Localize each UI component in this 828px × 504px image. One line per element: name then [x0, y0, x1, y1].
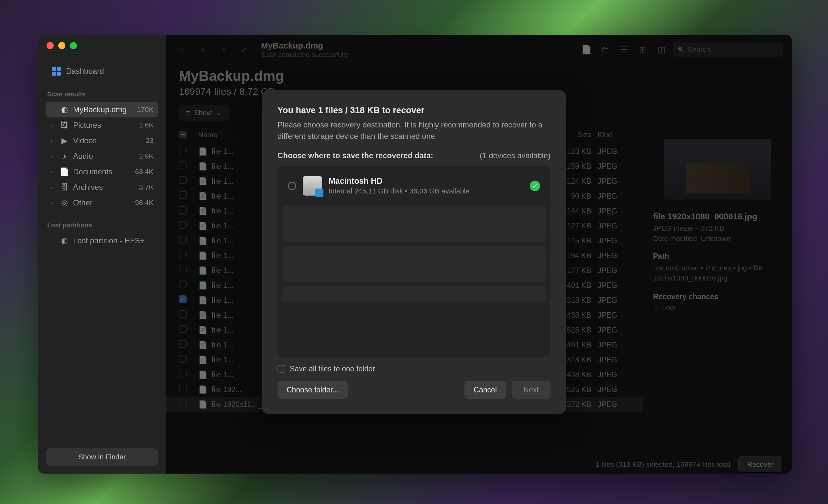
sidebar-item-count: 1,6K: [139, 121, 154, 129]
check-icon: ✓: [530, 180, 540, 191]
destination-name: Macintosh HD: [329, 176, 523, 186]
sidebar-item-pictures[interactable]: › 🖼 Pictures 1,6K: [46, 117, 158, 133]
sidebar-item-archives[interactable]: › 🗄 Archives 3,7K: [46, 179, 158, 195]
destination-list: Macintosh HD Internal 245,11 GB disk • 3…: [278, 166, 550, 356]
destination-item[interactable]: Macintosh HD Internal 245,11 GB disk • 3…: [282, 170, 546, 201]
disk-icon: [303, 176, 322, 196]
sidebar-item-documents[interactable]: › 📄 Documents 63,4K: [46, 164, 158, 179]
sidebar-item-count: 3,7K: [139, 183, 154, 192]
sidebar-item-count: 23: [146, 136, 154, 145]
dashboard-icon: [52, 67, 61, 76]
image-icon: 🖼: [60, 121, 69, 130]
sidebar-item-count: 63,4K: [135, 168, 154, 176]
lost-partitions-header: Lost partitions: [46, 218, 158, 233]
sidebar-item-count: 98,4K: [135, 199, 154, 207]
doc-icon: 📄: [60, 167, 69, 176]
lost-partition-item[interactable]: ◐ Lost partition - HFS+: [46, 233, 158, 248]
expand-chevron-icon[interactable]: ›: [50, 122, 56, 129]
sidebar-item-label: Archives: [73, 183, 134, 192]
destination-radio[interactable]: [288, 181, 296, 190]
expand-chevron-icon[interactable]: ›: [50, 184, 56, 191]
sidebar-item-label: Pictures: [73, 121, 134, 130]
audio-icon: ♪: [60, 152, 69, 161]
sidebar-item-count: 170K: [137, 106, 154, 114]
recovery-destination-modal: You have 1 files / 318 KB to recover Ple…: [262, 90, 566, 414]
sidebar-item-label: Audio: [73, 152, 134, 161]
drive-icon: ◐: [60, 236, 69, 245]
expand-chevron-icon[interactable]: ›: [50, 153, 56, 160]
scan-results-header: Scan results: [46, 87, 158, 102]
dashboard-label: Dashboard: [66, 67, 104, 76]
sidebar-item-label: MyBackup.dmg: [73, 105, 133, 114]
modal-title: You have 1 files / 318 KB to recover: [278, 106, 550, 116]
video-icon: ▶: [60, 136, 69, 145]
next-button[interactable]: Next: [512, 381, 550, 398]
sidebar-item-videos[interactable]: › ▶ Videos 23: [46, 133, 158, 149]
archive-icon: 🗄: [60, 183, 69, 192]
sidebar-item-label: Other: [73, 198, 131, 207]
other-icon: ◎: [60, 198, 69, 207]
expand-chevron-icon[interactable]: ›: [50, 137, 56, 144]
modal-description: Please choose recovery destination. It i…: [278, 119, 550, 142]
destination-placeholder: [282, 286, 546, 302]
close-window-button[interactable]: [47, 42, 54, 49]
cancel-button[interactable]: Cancel: [464, 381, 506, 398]
sidebar: Dashboard Scan results ◐ MyBackup.dmg 17…: [38, 35, 166, 473]
destination-placeholder: [282, 206, 546, 241]
sidebar-item-label: Documents: [73, 167, 131, 176]
destination-placeholder: [282, 246, 546, 282]
save-all-checkbox[interactable]: [278, 365, 285, 373]
sidebar-item-count: 2,9K: [139, 152, 154, 161]
destination-detail: Internal 245,11 GB disk • 36,06 GB avail…: [329, 187, 523, 196]
minimize-window-button[interactable]: [58, 42, 65, 49]
expand-chevron-icon[interactable]: ›: [50, 169, 56, 175]
sidebar-item-other[interactable]: › ◎ Other 98,4K: [46, 195, 158, 211]
devices-available-label: (1 devices available): [480, 151, 550, 160]
maximize-window-button[interactable]: [70, 42, 77, 49]
lost-partition-label: Lost partition - HFS+: [73, 236, 154, 245]
choose-folder-button[interactable]: Choose folder...: [278, 381, 348, 398]
sidebar-item-label: Videos: [73, 136, 141, 145]
expand-chevron-icon[interactable]: ›: [50, 200, 56, 206]
save-all-label: Save all files to one folder: [290, 364, 375, 373]
window-controls: [38, 35, 166, 53]
show-in-finder-button[interactable]: Show in Finder: [46, 448, 158, 466]
drive-icon: ◐: [60, 105, 69, 114]
dashboard-nav-item[interactable]: Dashboard: [46, 63, 158, 80]
sidebar-item-audio[interactable]: › ♪ Audio 2,9K: [46, 149, 158, 164]
choose-destination-label: Choose where to save the recovered data:: [278, 151, 433, 160]
sidebar-item-mybackupdmg[interactable]: ◐ MyBackup.dmg 170K: [46, 102, 158, 117]
